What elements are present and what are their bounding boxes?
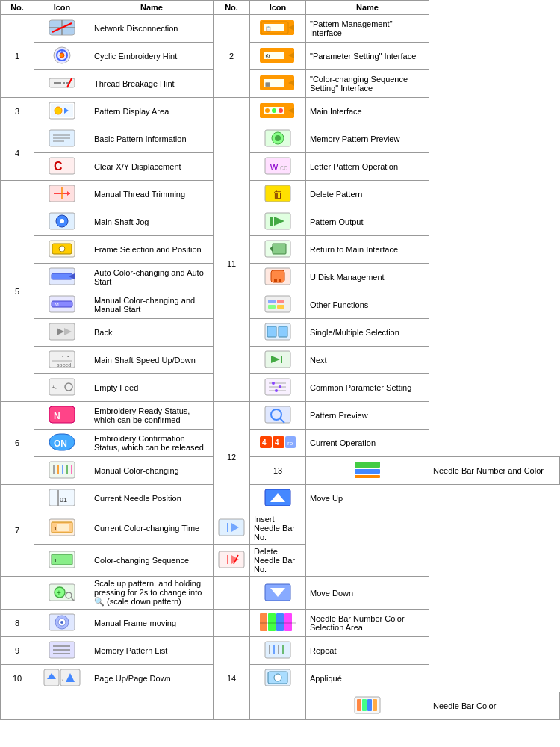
svg-text:+: + xyxy=(53,353,57,359)
icon-cell-left xyxy=(34,98,90,125)
svg-point-27 xyxy=(55,107,62,114)
icon-cell-right: 🗑 xyxy=(250,181,306,208)
name-cell-left: Memory Pattern List xyxy=(90,637,214,665)
svg-text:1: 1 xyxy=(54,557,57,564)
svg-point-33 xyxy=(272,108,276,113)
row-number-right xyxy=(250,692,306,720)
icon-cell-left xyxy=(34,637,90,665)
icon-cell-right xyxy=(250,637,306,665)
row-number-left xyxy=(1,692,34,720)
svg-rect-69 xyxy=(271,270,284,282)
icon-cell-left xyxy=(34,610,90,637)
svg-text:ro: ro xyxy=(287,440,293,447)
svg-text:-: - xyxy=(67,353,69,359)
svg-text:speed: speed xyxy=(57,362,71,368)
name-cell-right: Main Interface xyxy=(306,98,429,125)
icon-cell-right: 44ro xyxy=(250,430,306,457)
name-cell-right: Single/Multiple Selection xyxy=(306,319,429,347)
svg-rect-126 xyxy=(355,475,380,478)
row-number-right xyxy=(214,610,250,637)
name-cell-left: Back xyxy=(90,319,214,347)
svg-rect-78 xyxy=(268,305,276,309)
name-cell-right: Insert Needle Bar No. xyxy=(250,512,306,545)
svg-point-178 xyxy=(274,674,281,681)
name-cell-right: U Disk Management xyxy=(306,264,429,291)
icon-cell-left xyxy=(34,319,90,347)
name-cell-left: Manual Color-changing and Manual Start xyxy=(90,291,214,319)
row-number-right: 11 xyxy=(214,125,250,402)
name-cell-right: Delete Pattern xyxy=(306,181,429,208)
header-icon-left: Icon xyxy=(34,1,90,15)
svg-rect-124 xyxy=(355,462,380,468)
icon-cell-right xyxy=(250,577,306,610)
row-number-left: 3 xyxy=(1,98,34,125)
svg-rect-180 xyxy=(357,699,361,711)
name-cell-left: Network Disconnection xyxy=(90,15,214,43)
name-cell-right: Delete Needle Bar No. xyxy=(250,545,306,577)
name-cell-right: Current Operation xyxy=(306,430,429,457)
icon-cell-left: M xyxy=(34,291,90,319)
row-number-right: 12 xyxy=(214,402,250,512)
icon-cell-right xyxy=(306,692,429,720)
icon-cell-right xyxy=(214,545,250,577)
row-number-left xyxy=(1,577,34,610)
row-number-right xyxy=(214,577,250,610)
svg-point-32 xyxy=(265,108,270,113)
icon-cell-left xyxy=(34,264,90,291)
header-no-right: No. xyxy=(214,1,250,15)
name-cell-left: Main Shaft Speed Up/Down xyxy=(90,347,214,374)
icon-cell-right xyxy=(250,125,306,153)
name-cell-right: Common Parameter Setting xyxy=(306,374,429,402)
svg-rect-84 xyxy=(267,326,276,337)
name-cell-right: Pattern Output xyxy=(306,208,429,236)
icon-cell-right xyxy=(250,485,306,512)
svg-text:+.-: +.- xyxy=(52,384,59,391)
icon-cell-left: +•-speed xyxy=(34,347,90,374)
icon-cell-left xyxy=(34,236,90,264)
svg-text:4: 4 xyxy=(275,438,279,447)
row-number-left: 10 xyxy=(1,665,34,692)
icon-cell-right xyxy=(250,374,306,402)
row-number-left: 4 xyxy=(1,125,34,181)
name-cell-right: Memory Pattern Preview xyxy=(306,125,429,153)
icon-cell-left: +.- xyxy=(34,374,90,402)
row-number-left: 7 xyxy=(1,485,34,577)
svg-point-41 xyxy=(275,135,281,141)
icon-cell-left: 、 xyxy=(34,665,90,692)
svg-text:+: + xyxy=(57,589,61,597)
svg-text:、: 、 xyxy=(61,675,66,681)
row-number-left: 5 xyxy=(1,181,34,402)
header-name-left: Name xyxy=(90,1,214,15)
svg-rect-161 xyxy=(260,622,296,624)
svg-text:C: C xyxy=(54,160,63,173)
svg-point-102 xyxy=(272,382,275,385)
icon-cell-right: ⚙ xyxy=(250,43,306,70)
name-cell-right: "Parameter Setting" Interface xyxy=(306,43,429,70)
svg-point-103 xyxy=(279,385,281,388)
icon-cell-right xyxy=(250,264,306,291)
icon-cell-right xyxy=(250,236,306,264)
icon-cell-left: 01 xyxy=(34,485,90,512)
name-cell-left: Empty Feed xyxy=(90,374,214,402)
svg-text:cc: cc xyxy=(280,164,287,172)
svg-rect-118 xyxy=(49,462,75,478)
name-cell-left: Embroidery Ready Status, which can be co… xyxy=(90,402,214,430)
name-cell-right: Needle Bar Number Color Selection Area xyxy=(306,610,429,637)
svg-rect-76 xyxy=(268,300,276,303)
svg-text:•: • xyxy=(62,354,63,359)
name-cell-left: Auto Color-changing and Auto Start xyxy=(90,264,214,291)
name-cell-left: Current Needle Position xyxy=(90,485,214,512)
svg-point-55 xyxy=(60,219,64,223)
svg-rect-58 xyxy=(270,217,273,226)
name-cell-left: Scale up pattern, and holding pressing f… xyxy=(90,577,214,610)
row-number-right: 2 xyxy=(214,15,250,98)
icon-cell-right xyxy=(250,319,306,347)
svg-text:01: 01 xyxy=(60,496,67,503)
name-cell-right: Pattern Preview xyxy=(306,402,429,430)
icon-cell-left xyxy=(34,125,90,153)
row-number-left: 6 xyxy=(1,402,34,485)
svg-text:📋: 📋 xyxy=(265,25,272,32)
name-cell-right: Repeat xyxy=(306,637,429,665)
icon-cell-right xyxy=(306,457,429,485)
name-cell-left: Cyclic Embroidery Hint xyxy=(90,43,214,70)
